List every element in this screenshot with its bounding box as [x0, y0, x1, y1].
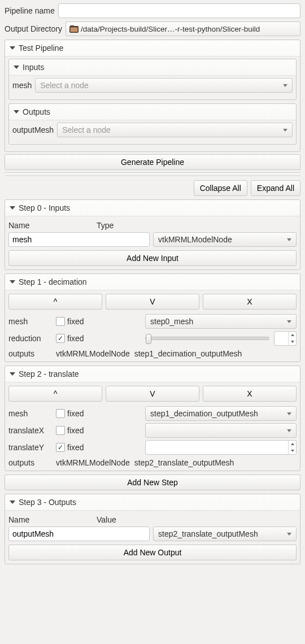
step2-title: Step 2 - translate — [19, 369, 79, 378]
step1-mesh-value: step0_mesh — [150, 317, 193, 326]
chevron-down-icon — [10, 372, 15, 376]
spin-down-button[interactable] — [289, 338, 296, 345]
step1-reduction-spin[interactable] — [274, 331, 297, 346]
step3-value-combo[interactable]: step2_translate_outputMesh — [153, 526, 297, 541]
step2-translatex-label: translateX — [8, 426, 51, 435]
step2-mesh-value: step1_decimation_outputMesh — [150, 409, 258, 418]
step1-mesh-fixed-checkbox[interactable] — [56, 317, 65, 326]
step2-outputs-name: step2_translate_outputMesh — [134, 458, 234, 467]
step2-translatex-fixed-checkbox[interactable] — [56, 426, 65, 435]
chevron-down-icon — [287, 238, 291, 241]
step2-mesh-combo[interactable]: step1_decimation_outputMesh — [145, 406, 297, 421]
step2-remove-button[interactable]: X — [203, 386, 297, 402]
test-pipeline-panel: Test Pipeline Inputs mesh Select a node — [5, 40, 300, 152]
step0-name-header: Name — [8, 221, 93, 230]
outputs-mesh-label: outputMesh — [12, 125, 54, 134]
chevron-up-icon — [291, 334, 294, 336]
step2-move-up-button[interactable]: ^ — [8, 386, 102, 402]
output-directory-label: Output Directory — [5, 24, 62, 33]
chevron-down-icon — [10, 280, 15, 284]
spin-up-button[interactable] — [289, 441, 296, 447]
outputs-panel: Outputs outputMesh Select a node — [8, 103, 297, 145]
output-directory-value: /data/Projects-build/Slicer…-r-test-pyth… — [81, 25, 297, 33]
collapse-all-button[interactable]: Collapse All — [194, 180, 247, 196]
outputs-header[interactable]: Outputs — [9, 104, 296, 120]
chevron-down-icon — [291, 450, 294, 452]
test-pipeline-title: Test Pipeline — [19, 43, 63, 53]
step1-reduction-slider[interactable] — [145, 337, 269, 340]
add-new-step-button[interactable]: Add New Step — [5, 475, 300, 490]
step1-header[interactable]: Step 1 - decimation — [5, 274, 300, 290]
separator — [5, 172, 300, 173]
step1-reduction-spin-input[interactable] — [274, 332, 288, 345]
inputs-mesh-placeholder: Select a node — [40, 81, 89, 90]
slider-thumb[interactable] — [146, 334, 151, 344]
step2-move-down-button[interactable]: V — [106, 386, 199, 402]
step3-panel: Step 3 - Outputs Name Value step2_transl… — [5, 494, 300, 564]
pipeline-name-input[interactable] — [58, 3, 300, 18]
chevron-down-icon — [291, 341, 294, 343]
step1-outputs-name: step1_decimation_outputMesh — [134, 349, 242, 358]
step2-translatey-input[interactable] — [146, 441, 288, 454]
inputs-panel: Inputs mesh Select a node — [8, 59, 297, 100]
separator — [5, 176, 300, 177]
step0-name-input[interactable] — [8, 232, 150, 247]
outputs-mesh-combo[interactable]: Select a node — [57, 123, 293, 137]
output-directory-field[interactable]: /data/Projects-build/Slicer…-r-test-pyth… — [66, 21, 300, 36]
generate-pipeline-button[interactable]: Generate Pipeline — [5, 154, 300, 170]
chevron-down-icon — [10, 46, 15, 50]
step0-panel: Step 0 - Inputs Name Type vtkMRMLModelNo… — [5, 199, 300, 270]
chevron-down-icon — [287, 412, 291, 415]
chevron-down-icon — [10, 206, 15, 210]
step0-title: Step 0 - Inputs — [19, 203, 70, 212]
step0-type-combo[interactable]: vtkMRMLModelNode — [153, 232, 297, 247]
step0-type-header: Type — [97, 221, 297, 230]
add-new-output-button[interactable]: Add New Output — [8, 545, 297, 560]
step1-outputs-type: vtkMRMLModelNode — [56, 349, 130, 358]
fixed-label: fixed — [67, 317, 84, 326]
add-new-input-button[interactable]: Add New Input — [8, 250, 297, 266]
step3-header[interactable]: Step 3 - Outputs — [5, 494, 300, 510]
chevron-down-icon — [283, 84, 287, 87]
chevron-down-icon — [287, 320, 291, 323]
chevron-down-icon — [287, 533, 291, 536]
step2-translatex-combo[interactable] — [145, 423, 297, 438]
step1-reduction-fixed-checkbox[interactable] — [56, 334, 65, 343]
fixed-label: fixed — [67, 334, 84, 343]
step2-outputs-label: outputs — [8, 458, 51, 467]
step2-translatey-label: translateY — [8, 443, 51, 452]
expand-all-button[interactable]: Expand All — [251, 180, 300, 196]
inputs-title: Inputs — [23, 63, 44, 72]
step1-move-up-button[interactable]: ^ — [8, 294, 102, 310]
chevron-down-icon — [14, 66, 19, 69]
outputs-title: Outputs — [23, 107, 50, 116]
inputs-header[interactable]: Inputs — [9, 59, 296, 75]
step2-header[interactable]: Step 2 - translate — [5, 366, 300, 382]
step2-outputs-type: vtkMRMLModelNode — [56, 458, 130, 467]
step3-name-input[interactable] — [8, 526, 150, 541]
chevron-down-icon — [10, 501, 15, 504]
step2-mesh-fixed-checkbox[interactable] — [56, 409, 65, 418]
svg-rect-1 — [70, 28, 77, 32]
inputs-mesh-combo[interactable]: Select a node — [35, 78, 293, 93]
step1-remove-button[interactable]: X — [203, 294, 297, 310]
spin-down-button[interactable] — [289, 447, 296, 454]
step0-type-value: vtkMRMLModelNode — [158, 235, 232, 244]
step2-panel: Step 2 - translate ^ V X mesh fixed step… — [5, 365, 300, 471]
step3-name-header: Name — [8, 515, 93, 524]
step2-translatey-spin[interactable] — [145, 440, 297, 455]
step1-reduction-label: reduction — [8, 334, 51, 343]
step1-outputs-label: outputs — [8, 349, 51, 358]
step1-mesh-combo[interactable]: step0_mesh — [145, 314, 297, 329]
step0-header[interactable]: Step 0 - Inputs — [5, 200, 300, 216]
step1-move-down-button[interactable]: V — [106, 294, 199, 310]
step2-translatey-fixed-checkbox[interactable] — [56, 443, 65, 452]
step2-mesh-label: mesh — [8, 409, 51, 418]
spin-up-button[interactable] — [289, 332, 296, 338]
step3-value-text: step2_translate_outputMesh — [158, 529, 258, 538]
chevron-up-icon — [291, 443, 294, 445]
step1-title: Step 1 - decimation — [19, 277, 87, 286]
fixed-label: fixed — [67, 409, 84, 418]
step1-mesh-label: mesh — [8, 317, 51, 326]
test-pipeline-header[interactable]: Test Pipeline — [5, 40, 300, 56]
